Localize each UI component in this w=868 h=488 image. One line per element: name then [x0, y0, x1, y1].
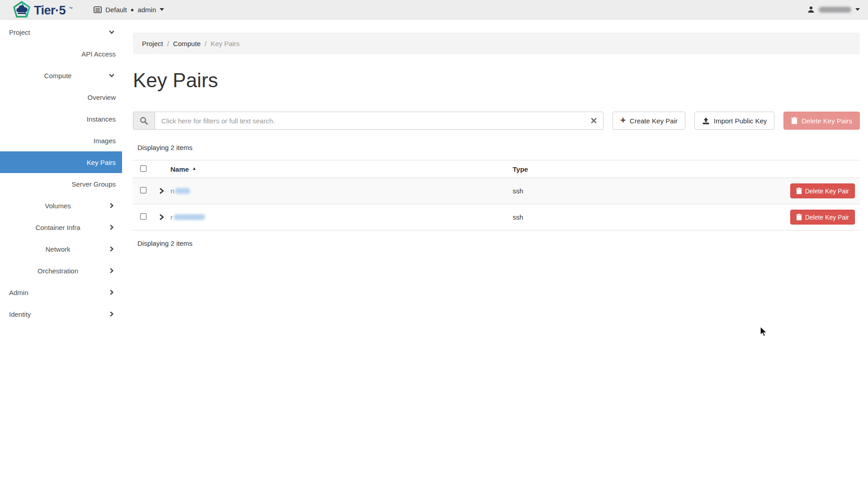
sidebar-item-orchestration[interactable]: Orchestration [0, 260, 122, 282]
key-pair-name-link[interactable]: r [170, 213, 205, 221]
sidebar-item-label: Volumes [0, 202, 116, 210]
table-row: r ssh Delete Key Pair [133, 204, 860, 230]
delete-key-pair-row-button[interactable]: Delete Key Pair [790, 183, 855, 198]
column-header-type[interactable]: Type [509, 165, 769, 173]
chevron-down-icon [855, 8, 860, 11]
expand-row-icon[interactable] [158, 188, 170, 194]
sidebar-item-instances[interactable]: Instances [0, 108, 122, 130]
sidebar-item-volumes[interactable]: Volumes [0, 195, 122, 216]
sidebar-item-label: API Access [81, 50, 116, 58]
main-content: Project / Compute / Key Pairs Key Pairs [122, 19, 868, 488]
chevron-right-icon [108, 267, 115, 274]
domain-label: Default [105, 6, 127, 14]
import-public-key-label: Import Public Key [714, 117, 767, 125]
sidebar-item-label: Key Pairs [87, 159, 116, 166]
key-pair-name-redacted [174, 214, 205, 220]
import-public-key-button[interactable]: Import Public Key [694, 112, 775, 130]
chevron-down-icon [108, 29, 115, 35]
key-pair-name-redacted [175, 188, 190, 194]
upload-icon [702, 117, 710, 125]
name-column-label: Name [170, 165, 189, 173]
sidebar-item-overview[interactable]: Overview [0, 86, 122, 108]
expand-row-icon[interactable] [158, 214, 170, 221]
sidebar-item-label: Server Groups [71, 180, 116, 188]
user-menu[interactable] [807, 6, 861, 13]
sidebar-item-label: Project [9, 28, 30, 36]
column-header-name[interactable]: Name ▲ [156, 165, 509, 173]
key-pairs-table: Name ▲ Type n [133, 160, 860, 230]
brand-logo[interactable]: Tier·5 ™ [13, 0, 73, 19]
delete-key-pair-label: Delete Key Pair [805, 214, 849, 221]
row-checkbox[interactable] [140, 213, 146, 220]
sidebar-item-label: Instances [87, 115, 116, 123]
plus-icon: + [620, 116, 626, 125]
sidebar-item-label: Network [0, 245, 116, 253]
trash-icon [796, 188, 802, 194]
create-key-pair-button[interactable]: + Create Key Pair [613, 112, 685, 130]
sidebar-item-identity[interactable]: Identity [0, 303, 122, 325]
sidebar-item-images[interactable]: Images [0, 130, 122, 151]
brand-trademark: ™ [69, 6, 73, 11]
chevron-down-icon [108, 72, 115, 79]
key-pair-type: ssh [509, 213, 769, 221]
breadcrumb-separator: / [205, 40, 207, 47]
key-pair-name-prefix: r [170, 213, 173, 221]
clear-search-icon[interactable] [591, 118, 597, 124]
key-pair-name-prefix: n [170, 187, 174, 195]
sidebar-item-network[interactable]: Network [0, 238, 122, 260]
chevron-right-icon [108, 246, 115, 252]
delete-key-pair-row-button[interactable]: Delete Key Pair [790, 210, 855, 225]
sidebar-item-key-pairs[interactable]: Key Pairs [0, 151, 122, 173]
sort-ascending-icon: ▲ [192, 166, 197, 171]
trash-icon [791, 117, 797, 124]
select-all-checkbox[interactable] [140, 165, 146, 172]
brand-name: Tier·5 [34, 4, 66, 18]
chevron-right-icon [108, 224, 115, 230]
table-header-row: Name ▲ Type [133, 160, 860, 178]
user-icon [807, 6, 815, 13]
items-count-top: Displaying 2 items [137, 144, 860, 151]
page-title: Key Pairs [133, 69, 860, 92]
sidebar-item-label: Identity [9, 310, 31, 318]
user-name-redacted [819, 7, 851, 13]
key-pair-name-link[interactable]: n [170, 187, 190, 195]
sidebar-item-label: Overview [87, 94, 116, 101]
toolbar: + Create Key Pair Import Public Key Dele… [133, 112, 860, 130]
breadcrumb: Project / Compute / Key Pairs [133, 33, 860, 54]
breadcrumb-project[interactable]: Project [142, 40, 163, 47]
delete-key-pairs-button[interactable]: Delete Key Pairs [783, 112, 860, 130]
key-pair-type: ssh [509, 187, 769, 195]
sidebar-item-label: Compute [0, 72, 116, 80]
sidebar-item-compute[interactable]: Compute [0, 65, 122, 86]
search-addon [133, 112, 155, 130]
search-input[interactable] [155, 112, 604, 130]
sidebar-item-label: Orchestration [0, 267, 116, 275]
sidebar-item-label: Images [94, 137, 116, 145]
sidebar-item-admin[interactable]: Admin [0, 282, 122, 303]
breadcrumb-separator: / [167, 40, 169, 47]
trash-icon [796, 214, 802, 221]
search-group [133, 112, 604, 130]
sidebar-item-container-infra[interactable]: Container Infra [0, 216, 122, 238]
sidebar-item-label: Admin [9, 289, 28, 296]
sidebar-item-api-access[interactable]: API Access [0, 43, 122, 65]
create-key-pair-label: Create Key Pair [630, 117, 678, 125]
search-icon [140, 117, 148, 125]
project-dot-icon: ● [131, 6, 134, 13]
top-bar: Tier·5 ™ Default ● admin [0, 0, 868, 19]
sidebar-nav: Project API Access Compute Overview Inst… [0, 19, 122, 488]
list-icon [94, 6, 102, 13]
chevron-down-icon [160, 8, 164, 11]
table-row: n ssh Delete Key Pair [133, 178, 860, 204]
delete-key-pair-label: Delete Key Pair [805, 188, 849, 195]
chevron-right-icon [108, 289, 115, 296]
breadcrumb-current: Key Pairs [211, 40, 240, 47]
type-column-label: Type [513, 165, 528, 173]
breadcrumb-compute[interactable]: Compute [173, 40, 201, 47]
tier5-cloud-logo-icon [13, 0, 31, 19]
sidebar-item-project[interactable]: Project [0, 21, 122, 43]
row-checkbox[interactable] [140, 187, 146, 193]
sidebar-item-label: Container Infra [0, 224, 116, 231]
sidebar-item-server-groups[interactable]: Server Groups [0, 173, 122, 195]
context-switcher[interactable]: Default ● admin [94, 6, 164, 14]
